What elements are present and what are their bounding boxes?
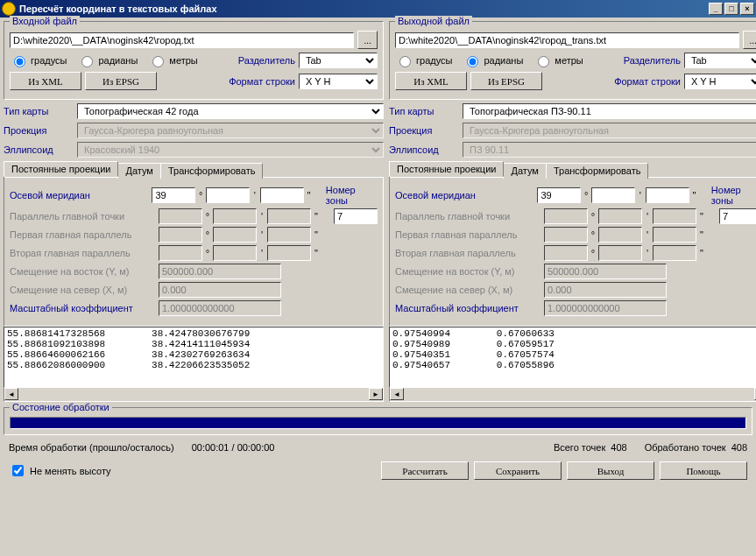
fe-input-left (159, 264, 281, 279)
input-from-epsg-button[interactable]: Из EPSG (85, 72, 157, 90)
tab-datum-left[interactable]: Датум (117, 163, 160, 179)
scroll-left-icon[interactable]: ◄ (390, 388, 404, 400)
output-degrees-radio[interactable]: градусы (395, 53, 452, 67)
sp-label-left: Вторая главная параллель (10, 248, 157, 258)
maptype-select-left[interactable]: Топографическая 42 года (77, 103, 384, 119)
tab-datum-right[interactable]: Датум (503, 163, 546, 179)
projection-label-left: Проекция (4, 125, 74, 136)
keep-height-checkbox[interactable]: Не менять высоту (9, 462, 111, 479)
sf-label-right: Масштабный коэффициент (395, 303, 542, 313)
total-label: Всего точек (554, 442, 605, 453)
maptype-select-right[interactable]: Топографическая ПЗ-90.11 (463, 103, 756, 119)
scrollbar-left[interactable]: ◄ ► (4, 388, 384, 402)
cm-min-left[interactable] (206, 187, 250, 203)
fe-label-left: Смещение на восток (Y, м) (10, 266, 157, 277)
sp-label-right: Вторая главная параллель (395, 248, 542, 258)
sf-input-left (159, 300, 281, 316)
cm-min-right[interactable] (591, 187, 635, 203)
tab-transform-left[interactable]: Трансформировать (160, 163, 264, 179)
mp-label-right: Параллель главной точки (395, 211, 542, 222)
tabbar-left: Постоянные проекции Датум Трансформирова… (4, 161, 384, 177)
mp-label-left: Параллель главной точки (10, 211, 157, 222)
coordinates-list-left[interactable]: 55.88681417328568 38.42478030676799 55.8… (4, 327, 384, 388)
close-button[interactable]: × (740, 3, 754, 15)
tab-constants-right[interactable]: Постоянные проекции (389, 161, 504, 177)
fp-sec-right (653, 227, 696, 243)
fn-label-right: Смещение на север (X, м) (395, 285, 542, 295)
maximize-button[interactable]: □ (724, 3, 738, 15)
input-path[interactable] (10, 32, 354, 48)
projection-label-right: Проекция (389, 125, 459, 136)
sp-deg-left (159, 245, 202, 261)
progress-bar (10, 417, 746, 429)
mp-deg-right (544, 208, 588, 224)
input-lineformat-select[interactable]: X Y H (299, 74, 378, 89)
input-file-group: Входной файл ... градусы радианы метры Р… (4, 21, 384, 100)
cm-deg-left[interactable] (152, 187, 195, 203)
output-delimiter-select[interactable]: Tab (684, 53, 756, 68)
output-from-epsg-button[interactable]: Из EPSG (470, 72, 542, 90)
output-meters-radio[interactable]: метры (533, 53, 583, 67)
maptype-label-right: Тип карты (389, 106, 459, 116)
fn-input-left (159, 282, 281, 298)
mp-deg-left (159, 208, 202, 224)
output-file-group: Выходной файл ... градусы радианы метры … (389, 21, 756, 100)
projection-select-left: Гаусса-Крюгера равноугольная (77, 123, 384, 138)
projection-select-right: Гаусса-Крюгера равноугольная (463, 123, 756, 138)
exit-button[interactable]: Выход (567, 461, 654, 480)
input-lineformat-label: Формат строки (229, 76, 295, 87)
cm-deg-right[interactable] (537, 187, 581, 203)
input-delimiter-select[interactable]: Tab (299, 53, 378, 68)
fe-label-right: Смещение на восток (Y, м) (395, 266, 542, 277)
save-button[interactable]: Сохранить (474, 461, 562, 480)
fp-label-right: Первая главная параллель (395, 229, 542, 240)
tab-content-left: Осевой меридиан ° ' " Номер зоны Паралле… (4, 177, 383, 326)
status-group: Состояние обработки (4, 407, 752, 435)
input-browse-button[interactable]: ... (357, 31, 378, 49)
cm-label-right: Осевой меридиан (395, 190, 535, 201)
elapsed-label: Время обработки (прошло/осталось) (9, 442, 174, 453)
mp-sec-left (267, 208, 311, 224)
sp-sec-left (267, 245, 311, 261)
input-from-xml-button[interactable]: Из XML (10, 72, 81, 90)
elapsed-value: 00:00:01 / 00:00:00 (192, 442, 275, 453)
ellipsoid-label-right: Эллипсоид (389, 144, 459, 155)
tab-content-right: Осевой меридиан ° ' " Номер зоны Паралле… (390, 177, 756, 326)
sp-min-right (598, 245, 642, 261)
cm-sec-left[interactable] (260, 187, 304, 203)
calculate-button[interactable]: Рассчитать (381, 461, 469, 480)
ellipsoid-select-right: ПЗ 90.11 (463, 142, 756, 158)
minimize-button[interactable]: _ (709, 3, 723, 15)
sp-deg-right (544, 245, 588, 261)
zone-input-right[interactable] (719, 208, 756, 224)
sp-min-left (213, 245, 257, 261)
output-radians-radio[interactable]: радианы (463, 53, 523, 67)
output-browse-button[interactable]: ... (743, 31, 756, 49)
cm-label-left: Осевой меридиан (10, 190, 150, 201)
input-file-legend: Входной файл (10, 16, 80, 26)
input-degrees-radio[interactable]: градусы (10, 53, 67, 67)
scroll-left-icon[interactable]: ◄ (4, 388, 18, 400)
tab-constants-left[interactable]: Постоянные проекции (4, 161, 118, 177)
output-file-legend: Выходной файл (395, 16, 472, 26)
scrollbar-right[interactable]: ◄ ► (389, 388, 756, 402)
sp-sec-right (653, 245, 696, 261)
coordinates-list-right[interactable]: 0.97540994 0.67060633 0.97540989 0.67059… (389, 327, 756, 388)
output-lineformat-select[interactable]: X Y H (684, 74, 756, 89)
output-path[interactable] (395, 32, 739, 48)
tab-transform-right[interactable]: Трансформировать (546, 163, 649, 179)
output-from-xml-button[interactable]: Из XML (395, 72, 467, 90)
zone-input-left[interactable] (334, 208, 378, 224)
help-button[interactable]: Помощь (660, 461, 747, 480)
app-icon (2, 2, 16, 16)
input-delimiter-label: Разделитель (238, 55, 295, 66)
status-row: Время обработки (прошло/осталось) 00:00:… (4, 439, 752, 456)
titlebar: Пересчёт координат в текстовых файлах _ … (0, 0, 756, 18)
scroll-right-icon[interactable]: ► (369, 388, 383, 400)
fe-input-right (544, 264, 667, 279)
input-meters-radio[interactable]: метры (148, 53, 197, 67)
fn-label-left: Смещение на север (X, м) (10, 285, 157, 295)
input-radians-radio[interactable]: радианы (77, 53, 138, 67)
cm-sec-right[interactable] (646, 187, 689, 203)
fp-sec-left (267, 227, 311, 243)
